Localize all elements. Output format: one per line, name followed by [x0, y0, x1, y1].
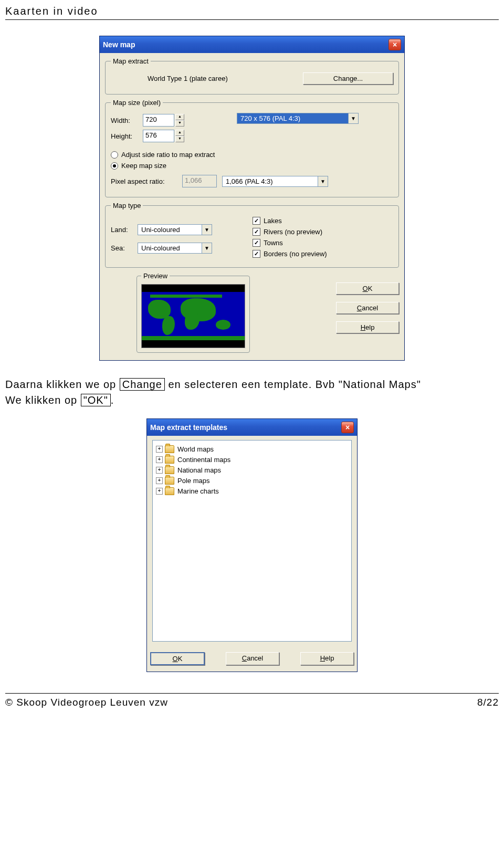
adjust-ratio-label: Adjust side ratio to map extract: [121, 151, 215, 159]
par-input: 1,066: [182, 175, 217, 187]
map-type-legend: Map type: [111, 202, 143, 209]
footer-right: 8/22: [477, 697, 499, 708]
lakes-label: Lakes: [264, 217, 282, 225]
tree-label: National maps: [177, 466, 221, 474]
map-extract-value: World Type 1 (plate caree): [111, 75, 228, 82]
footer-left: © Skoop Videogroep Leuven vzw: [5, 697, 168, 708]
chevron-down-icon[interactable]: ▼: [175, 120, 184, 127]
folder-icon: [165, 456, 174, 464]
sea-label: Sea:: [111, 244, 134, 252]
tree-label: Marine charts: [177, 487, 219, 495]
cancel-button[interactable]: Cancel: [336, 302, 399, 314]
expand-icon[interactable]: +: [156, 456, 163, 463]
doc-header: Kaarten in video: [5, 5, 499, 20]
templates-help-button[interactable]: Help: [300, 652, 354, 665]
map-type-group: Map type Land: Uni-coloured ▼ Sea:: [105, 202, 399, 268]
tree-label: Pole maps: [177, 477, 209, 485]
templates-titlebar: Map extract templates ×: [147, 419, 357, 436]
folder-icon: [165, 445, 174, 453]
height-spinner[interactable]: 576 ▲▼: [143, 130, 184, 142]
change-button[interactable]: Change...: [303, 72, 393, 85]
par-combo-value: 1,066 (PAL 4:3): [223, 176, 318, 186]
size-preset-value: 720 x 576 (PAL 4:3): [237, 113, 348, 123]
chevron-down-icon[interactable]: ▼: [348, 113, 358, 123]
new-map-title: New map: [103, 40, 135, 49]
size-preset-combo[interactable]: 720 x 576 (PAL 4:3) ▼: [237, 113, 359, 124]
height-input[interactable]: 576: [143, 130, 174, 142]
templates-title: Map extract templates: [150, 423, 227, 432]
chevron-down-icon[interactable]: ▼: [318, 176, 328, 186]
chevron-up-icon[interactable]: ▲: [175, 114, 184, 120]
change-ref: Change: [120, 378, 165, 391]
tree-label: World maps: [177, 445, 214, 453]
chevron-down-icon[interactable]: ▼: [175, 136, 184, 142]
width-input[interactable]: 720: [143, 114, 174, 127]
templates-dialog: Map extract templates × +World maps +Con…: [146, 418, 358, 672]
folder-icon: [165, 477, 174, 485]
par-label: Pixel aspect ratio:: [111, 177, 179, 185]
map-extract-legend: Map extract: [111, 57, 151, 65]
sea-value: Uni-coloured: [138, 243, 202, 253]
tree-item[interactable]: +Marine charts: [156, 486, 348, 496]
par-combo[interactable]: 1,066 (PAL 4:3) ▼: [222, 176, 328, 187]
preview-legend: Preview: [141, 272, 170, 280]
new-map-dialog: New map × Map extract World Type 1 (plat…: [99, 36, 405, 361]
new-map-titlebar: New map ×: [100, 36, 404, 53]
tree-label: Continental maps: [177, 456, 230, 464]
land-combo[interactable]: Uni-coloured ▼: [138, 224, 212, 235]
keep-size-label: Keep map size: [121, 162, 166, 170]
expand-icon[interactable]: +: [156, 488, 163, 495]
templates-tree[interactable]: +World maps +Continental maps +National …: [152, 440, 352, 642]
tree-item[interactable]: +Pole maps: [156, 475, 348, 486]
close-icon[interactable]: ×: [388, 39, 401, 50]
borders-check[interactable]: ✓: [253, 250, 260, 258]
keep-size-radio[interactable]: [111, 162, 118, 170]
ok-button[interactable]: OK: [336, 282, 399, 295]
expand-icon[interactable]: +: [156, 477, 163, 484]
tree-item[interactable]: +National maps: [156, 465, 348, 475]
templates-ok-button[interactable]: OK: [150, 652, 205, 665]
width-label: Width:: [111, 117, 140, 124]
land-label: Land:: [111, 226, 134, 234]
lakes-check[interactable]: ✓: [253, 217, 260, 225]
chevron-down-icon[interactable]: ▼: [202, 243, 212, 253]
width-spinner[interactable]: 720 ▲▼: [143, 114, 184, 127]
folder-icon: [165, 487, 174, 495]
templates-cancel-button[interactable]: Cancel: [226, 652, 279, 665]
towns-label: Towns: [264, 239, 283, 247]
close-icon[interactable]: ×: [341, 422, 354, 433]
rivers-check[interactable]: ✓: [253, 228, 260, 236]
help-button[interactable]: Help: [336, 321, 399, 333]
expand-icon[interactable]: +: [156, 446, 163, 453]
adjust-ratio-radio[interactable]: [111, 151, 118, 159]
borders-label: Borders (no preview): [264, 250, 327, 258]
map-size-group: Map size (pixel) Width: 720 ▲▼ Height:: [105, 99, 399, 197]
map-size-legend: Map size (pixel): [111, 99, 163, 107]
land-value: Uni-coloured: [138, 225, 202, 235]
tree-item[interactable]: +World maps: [156, 444, 348, 454]
ok-ref: "OK": [81, 394, 111, 406]
preview-group: Preview: [136, 272, 250, 353]
chevron-up-icon[interactable]: ▲: [175, 130, 184, 136]
expand-icon[interactable]: +: [156, 467, 163, 474]
map-preview: [141, 284, 245, 348]
tree-item[interactable]: +Continental maps: [156, 454, 348, 465]
height-label: Height:: [111, 132, 140, 140]
sea-combo[interactable]: Uni-coloured ▼: [138, 243, 212, 254]
folder-icon: [165, 466, 174, 474]
chevron-down-icon[interactable]: ▼: [202, 225, 212, 235]
map-extract-group: Map extract World Type 1 (plate caree) C…: [105, 57, 399, 95]
rivers-label: Rivers (no preview): [264, 228, 322, 236]
towns-check[interactable]: ✓: [253, 239, 260, 247]
doc-footer: © Skoop Videogroep Leuven vzw 8/22: [5, 693, 499, 708]
body-paragraph: Daarna klikken we op Change en selectere…: [5, 376, 499, 408]
